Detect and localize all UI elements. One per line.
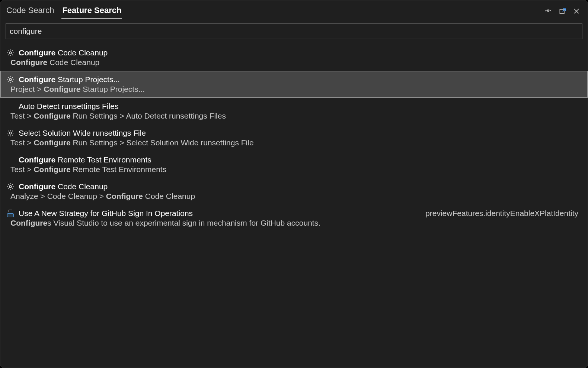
svg-point-4 <box>9 132 12 134</box>
toolbox-icon <box>6 209 15 218</box>
result-meta: previewFeatures.identityEnableXPlatIdent… <box>425 209 582 218</box>
result-title: Use A New Strategy for GitHub Sign In Op… <box>6 209 193 218</box>
svg-point-3 <box>9 78 12 81</box>
search-wrap <box>0 19 588 41</box>
open-external-icon[interactable] <box>559 7 566 15</box>
feature-search-window: Code Search Feature Search Configure Cod… <box>0 0 588 368</box>
result-item[interactable]: Select Solution Wide runsettings FileTes… <box>0 125 588 151</box>
gear-icon <box>6 48 15 57</box>
result-title: Auto Detect runsettings Files <box>6 102 118 111</box>
search-input[interactable] <box>6 23 582 39</box>
empty-icon <box>6 102 15 111</box>
preview-icon[interactable] <box>544 7 552 15</box>
gear-icon <box>6 75 15 84</box>
header-icons <box>544 7 582 15</box>
result-title: Configure Startup Projects... <box>6 75 120 84</box>
empty-icon <box>6 155 15 164</box>
result-item[interactable]: Auto Detect runsettings FilesTest > Conf… <box>0 98 588 125</box>
result-item[interactable]: Configure Startup Projects...Project > C… <box>0 71 588 98</box>
results-list: Configure Code CleanupConfigure Code Cle… <box>0 41 588 232</box>
result-item[interactable]: Configure Code CleanupConfigure Code Cle… <box>0 44 588 71</box>
result-title: Configure Remote Test Environments <box>6 155 151 164</box>
result-item[interactable]: Configure Code CleanupAnalyze > Code Cle… <box>0 178 588 205</box>
gear-icon <box>6 129 15 138</box>
result-title: Select Solution Wide runsettings File <box>6 129 146 138</box>
result-path: Project > Configure Startup Projects... <box>10 85 582 94</box>
gear-icon <box>6 182 15 191</box>
header: Code Search Feature Search <box>0 0 588 19</box>
result-title: Configure Code Cleanup <box>6 48 108 57</box>
svg-point-2 <box>9 52 12 54</box>
result-item[interactable]: Use A New Strategy for GitHub Sign In Op… <box>0 205 588 232</box>
tab-feature-search[interactable]: Feature Search <box>61 3 122 19</box>
result-path: Analyze > Code Cleanup > Configure Code … <box>10 192 582 201</box>
tab-code-search[interactable]: Code Search <box>6 3 55 19</box>
result-title: Configure Code Cleanup <box>6 182 108 191</box>
svg-point-5 <box>9 185 12 188</box>
svg-point-0 <box>547 10 549 12</box>
result-path: Test > Configure Remote Test Environment… <box>10 165 582 174</box>
result-path: Test > Configure Run Settings > Auto Det… <box>10 112 582 120</box>
svg-rect-1 <box>560 9 564 14</box>
result-item[interactable]: Configure Remote Test EnvironmentsTest >… <box>0 151 588 178</box>
close-icon[interactable] <box>573 7 580 15</box>
result-path: Configures Visual Studio to use an exper… <box>10 219 582 227</box>
result-path: Test > Configure Run Settings > Select S… <box>10 138 582 147</box>
tabs: Code Search Feature Search <box>6 3 122 19</box>
result-path: Configure Code Cleanup <box>10 58 582 67</box>
